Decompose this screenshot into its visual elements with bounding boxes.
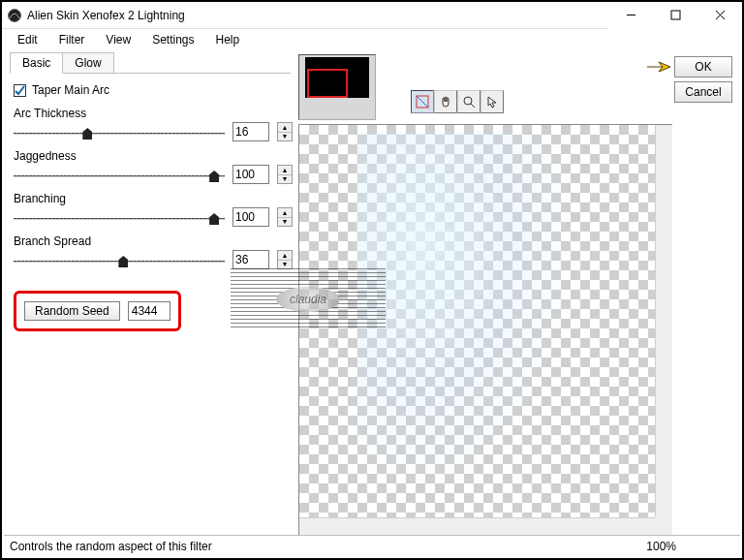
svg-line-6 xyxy=(417,96,428,108)
tab-basic[interactable]: Basic xyxy=(10,52,63,74)
pointing-hand-icon xyxy=(645,58,672,76)
ok-button[interactable]: OK xyxy=(674,56,732,78)
tab-strip: Basic Glow xyxy=(10,52,291,74)
taper-main-arc-row: Taper Main Arc xyxy=(14,83,294,97)
jaggedness-slider[interactable] xyxy=(14,168,225,181)
zoom-level: 100% xyxy=(646,540,676,553)
arc-thickness-input[interactable] xyxy=(232,122,269,141)
branch-spread-slider[interactable] xyxy=(14,253,225,266)
random-seed-highlight: Random Seed xyxy=(14,291,181,331)
status-text: Controls the random aspect of this filte… xyxy=(10,540,212,553)
menu-view[interactable]: View xyxy=(96,31,140,48)
split-preview-tool[interactable] xyxy=(411,90,434,113)
preview-panel xyxy=(298,52,672,535)
branch-spread-input[interactable] xyxy=(232,250,269,269)
menu-bar: Edit Filter View Settings Help xyxy=(2,29,742,50)
arc-thickness-spinner[interactable]: ▲▼ xyxy=(277,122,293,141)
arc-thickness-slider[interactable] xyxy=(14,125,225,139)
branching-spinner[interactable]: ▲▼ xyxy=(277,207,293,227)
maximize-button[interactable] xyxy=(653,2,698,29)
minimize-button[interactable] xyxy=(608,2,653,29)
cancel-button[interactable]: Cancel xyxy=(674,81,732,103)
tab-glow[interactable]: Glow xyxy=(62,52,113,73)
dialog-buttons: OK Cancel xyxy=(672,52,740,535)
random-seed-button[interactable]: Random Seed xyxy=(24,301,120,321)
settings-panel: Basic Glow Taper Main Arc Arc Thickness … xyxy=(4,52,298,535)
taper-main-arc-checkbox[interactable] xyxy=(14,84,26,97)
jaggedness-spinner[interactable]: ▲▼ xyxy=(277,165,293,184)
branching-input[interactable] xyxy=(232,207,269,227)
branching-slider[interactable] xyxy=(14,210,225,224)
arc-thickness-label: Arc Thickness xyxy=(14,107,294,120)
close-button[interactable] xyxy=(698,2,742,29)
random-seed-input[interactable] xyxy=(128,301,170,321)
preview-scrollbar-horizontal[interactable] xyxy=(299,517,655,535)
branch-spread-spinner[interactable]: ▲▼ xyxy=(277,250,293,269)
zoom-tool[interactable] xyxy=(457,90,480,113)
preview-canvas[interactable] xyxy=(298,124,672,535)
preview-scrollbar-vertical[interactable] xyxy=(655,125,672,517)
jaggedness-input[interactable] xyxy=(232,165,269,184)
title-bar: Alien Skin Xenofex 2 Lightning xyxy=(2,2,742,29)
status-bar: Controls the random aspect of this filte… xyxy=(4,535,740,556)
menu-filter[interactable]: Filter xyxy=(49,31,95,48)
preview-toolbar xyxy=(411,90,504,113)
menu-help[interactable]: Help xyxy=(206,31,250,48)
pointer-tool[interactable] xyxy=(480,90,504,113)
svg-point-7 xyxy=(464,97,472,105)
window-title: Alien Skin Xenofex 2 Lightning xyxy=(27,9,608,22)
svg-line-8 xyxy=(471,104,475,108)
taper-main-arc-label: Taper Main Arc xyxy=(32,83,109,97)
menu-edit[interactable]: Edit xyxy=(8,31,47,48)
branch-spread-label: Branch Spread xyxy=(14,234,294,248)
preview-scrollbar-corner xyxy=(655,517,672,535)
menu-settings[interactable]: Settings xyxy=(142,31,203,48)
navigator-thumbnail[interactable] xyxy=(298,54,376,120)
lightning-effect-overlay xyxy=(356,133,579,502)
jaggedness-label: Jaggedness xyxy=(14,149,294,163)
app-icon xyxy=(6,7,23,24)
svg-point-0 xyxy=(9,9,21,21)
svg-rect-2 xyxy=(671,11,680,19)
hand-tool[interactable] xyxy=(434,90,457,113)
branching-label: Branching xyxy=(14,192,294,205)
